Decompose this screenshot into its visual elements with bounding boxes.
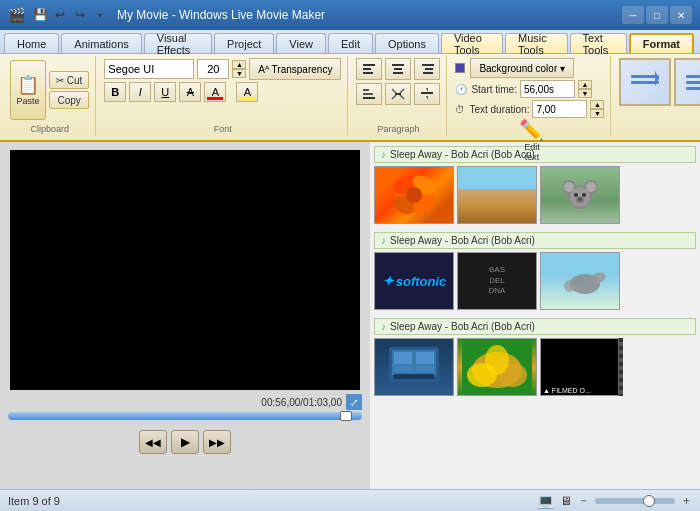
thumbnails-2: ✦ softonic BAS DEL DNA (374, 252, 696, 310)
svg-line-12 (392, 89, 396, 93)
bg-color-swatch (455, 63, 465, 73)
font-size-down[interactable]: ▼ (232, 69, 246, 78)
svg-rect-24 (686, 81, 700, 84)
tab-animations[interactable]: Animations (61, 33, 141, 53)
align-top-left-button[interactable] (356, 58, 382, 80)
tab-project[interactable]: Project (214, 33, 274, 53)
svg-point-36 (406, 187, 422, 203)
time-text: 00:56,00/01:03,00 (261, 397, 342, 408)
text-duration-input[interactable] (532, 100, 587, 118)
svg-line-16 (400, 95, 404, 99)
thumb-filmed-label: ▲ FILMED O... (541, 386, 619, 395)
align-middle-button[interactable] (385, 83, 411, 105)
story-group-3: ♪ Sleep Away - Bob Acri (Bob Acri) (374, 318, 696, 396)
thumb-flower[interactable] (374, 166, 454, 224)
play-button[interactable]: ▶ (171, 430, 199, 454)
prev-frame-button[interactable]: ◀◀ (139, 430, 167, 454)
svg-rect-3 (392, 64, 404, 66)
bold-button[interactable]: B (104, 82, 126, 102)
font-size-up[interactable]: ▲ (232, 60, 246, 69)
italic-button[interactable]: I (129, 82, 151, 102)
font-content: ▲ ▼ Aᴬ Transparency B I U A A A (104, 58, 341, 122)
svg-rect-7 (425, 68, 433, 70)
thumb-softonic[interactable]: ✦ softonic (374, 252, 454, 310)
timeline-bar[interactable] (8, 412, 362, 420)
paragraph-label: Paragraph (377, 122, 419, 134)
underline-button[interactable]: U (154, 82, 176, 102)
effect-scroll-right-button[interactable] (619, 58, 671, 106)
bg-color-button[interactable]: Background color ▾ (470, 58, 574, 78)
svg-point-49 (564, 280, 576, 292)
thumb-black[interactable]: ▲ FILMED O... (540, 338, 620, 396)
music-icon-2: ♪ (381, 235, 386, 246)
tab-visual-effects[interactable]: Visual Effects (144, 33, 212, 53)
copy-button[interactable]: Copy (49, 91, 89, 109)
thumb-yellow-flowers[interactable] (457, 338, 537, 396)
edit-text-button[interactable]: ✏️ Edit text (519, 118, 544, 162)
start-time-up[interactable]: ▲ (578, 80, 592, 89)
next-frame-button[interactable]: ▶▶ (203, 430, 231, 454)
align-right-button[interactable] (414, 58, 440, 80)
svg-rect-25 (686, 87, 700, 90)
tab-edit[interactable]: Edit (328, 33, 373, 53)
tab-format[interactable]: Format (629, 33, 694, 53)
tab-options[interactable]: Options (375, 33, 439, 53)
effect-align-left-button[interactable] (674, 58, 700, 106)
paste-button[interactable]: 📋 Paste (10, 60, 46, 120)
tab-video-tools[interactable]: Video Tools (441, 33, 503, 53)
playback-controls: ◀◀ ▶ ▶▶ (139, 430, 231, 454)
undo-button[interactable]: ↩ (51, 6, 69, 24)
transparency-button[interactable]: Aᴬ Transparency (249, 58, 341, 80)
thumb-bird[interactable] (540, 252, 620, 310)
align-top-right-button[interactable] (414, 83, 440, 105)
save-button[interactable]: 💾 (31, 6, 49, 24)
start-time-down[interactable]: ▼ (578, 89, 592, 98)
font-family-input[interactable] (104, 59, 194, 79)
zoom-slider[interactable] (595, 498, 675, 504)
thumb-office[interactable] (374, 338, 454, 396)
font-color-2-button[interactable]: A (236, 82, 258, 102)
maximize-button[interactable]: □ (646, 6, 668, 24)
tab-home[interactable]: Home (4, 33, 59, 53)
timeline-thumb[interactable] (340, 411, 352, 421)
svg-rect-9 (363, 89, 369, 91)
video-area: 00:56,00/01:03,00 ⤢ ◀◀ ▶ ▶▶ (0, 142, 370, 489)
font-size-spinner: ▲ ▼ (232, 60, 246, 78)
svg-rect-56 (416, 366, 434, 372)
font-size-input[interactable] (197, 59, 229, 79)
time-display: 00:56,00/01:03,00 ⤢ (8, 394, 362, 410)
strikethrough-button[interactable]: A (179, 82, 201, 102)
start-time-input[interactable] (520, 80, 575, 98)
ribbon-group-font: ▲ ▼ Aᴬ Transparency B I U A A A Font (98, 56, 348, 136)
align-bottom-button[interactable] (356, 83, 382, 105)
font-color-button[interactable]: A (204, 82, 226, 102)
duration-up[interactable]: ▲ (590, 100, 604, 109)
svg-point-46 (578, 197, 582, 201)
edit-text-icon: ✏️ (519, 118, 544, 142)
tab-music-tools[interactable]: Music Tools (505, 33, 568, 53)
redo-button[interactable]: ↪ (71, 6, 89, 24)
align-center-button[interactable] (385, 58, 411, 80)
svg-rect-2 (363, 72, 373, 74)
clipboard-label: Clipboard (30, 122, 69, 134)
main-area: 00:56,00/01:03,00 ⤢ ◀◀ ▶ ▶▶ ♪ Sleep Away… (0, 142, 700, 489)
thumb-desert[interactable] (457, 166, 537, 224)
tab-text-tools[interactable]: Text Tools (570, 33, 627, 53)
dropdown-arrow-button[interactable]: ▾ (91, 6, 109, 24)
ribbon: 📋 Paste ✂ Cut Copy Clipboard ▲ ▼ Aᴬ Tran… (0, 54, 700, 142)
close-button[interactable]: ✕ (670, 6, 692, 24)
svg-rect-1 (363, 68, 371, 70)
minimize-button[interactable]: ─ (622, 6, 644, 24)
duration-down[interactable]: ▼ (590, 109, 604, 118)
ribbon-group-effects: Effects (613, 56, 700, 136)
svg-rect-21 (631, 81, 659, 84)
zoom-thumb[interactable] (643, 495, 655, 507)
thumb-koala[interactable] (540, 166, 620, 224)
window-title: My Movie - Windows Live Movie Maker (117, 8, 622, 22)
svg-rect-17 (421, 92, 433, 94)
thumb-dna[interactable]: BAS DEL DNA (457, 252, 537, 310)
timeline-expand-button[interactable]: ⤢ (346, 394, 362, 410)
cut-button[interactable]: ✂ Cut (49, 71, 89, 89)
tab-view[interactable]: View (276, 33, 326, 53)
svg-point-61 (485, 345, 509, 375)
